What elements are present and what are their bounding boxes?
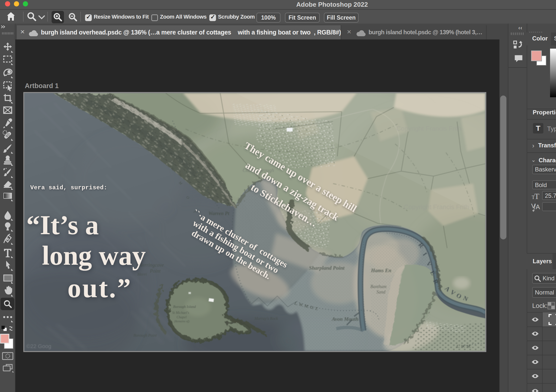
svg-text:A: A [536,203,540,211]
svg-text:T: T [534,192,539,200]
